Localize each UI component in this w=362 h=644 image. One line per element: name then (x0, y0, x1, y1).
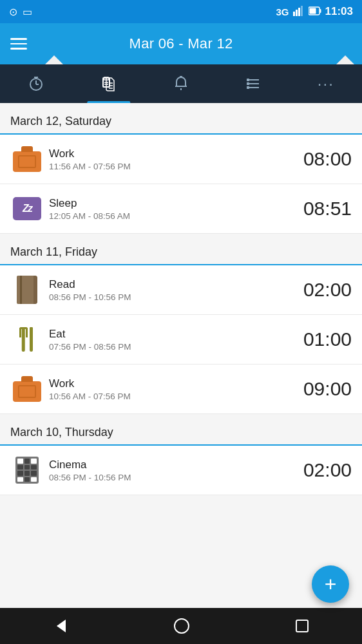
home-button[interactable] (173, 617, 191, 635)
sleep-icon-wrap: Zz (10, 192, 44, 225)
work-mar12-duration: 08:00 (294, 148, 352, 170)
battery-icon (309, 6, 321, 17)
read-icon-wrap (10, 273, 44, 307)
status-bar-left: ⊙ ▭ (9, 6, 32, 18)
status-bar: ⊙ ▭ 3G 11:03 (0, 0, 362, 23)
activity-item-read-mar11[interactable]: Read 08:56 PM - 10:56 PM 02:00 (0, 265, 362, 315)
sleep-mar12-name: Sleep (49, 197, 294, 210)
add-activity-fab[interactable]: + (312, 565, 349, 603)
read-duration: 02:00 (294, 279, 352, 301)
content-area: March 12, Saturday Work 11:56 AM - 07:56… (0, 103, 362, 608)
cinema-duration: 02:00 (294, 459, 352, 481)
activity-item-eat-mar11[interactable]: Eat 07:56 PM - 08:56 PM 01:00 (0, 315, 362, 365)
svg-rect-27 (247, 86, 249, 89)
work-mar11-info: Work 10:56 AM - 07:56 PM (44, 377, 294, 401)
tab-more[interactable]: ··· (290, 64, 362, 103)
svg-rect-3 (301, 6, 303, 16)
work-mar11-name: Work (49, 377, 294, 390)
sleep-mar12-duration: 08:51 (294, 198, 352, 220)
cinema-name: Cinema (49, 459, 294, 471)
header-title: Mar 06 - Mar 12 (129, 35, 233, 52)
cinema-icon-wrap (10, 453, 44, 487)
svg-rect-5 (319, 9, 321, 13)
prev-week-arrow[interactable] (45, 55, 63, 64)
sleep-mar12-info: Sleep 12:05 AM - 08:56 AM (44, 197, 294, 221)
svg-rect-26 (247, 82, 249, 85)
work-mar12-time: 11:56 AM - 07:56 PM (49, 162, 294, 171)
tab-bar: ··· (0, 64, 362, 103)
svg-rect-0 (293, 12, 295, 16)
read-time: 08:56 PM - 10:56 PM (49, 292, 294, 302)
alarm-icon: ⊙ (9, 6, 17, 18)
activity-item-sleep-mar12[interactable]: Zz Sleep 12:05 AM - 08:56 AM 08:51 (0, 184, 362, 234)
work-mar11-time: 10:56 AM - 07:56 PM (49, 392, 294, 401)
time-display: 11:03 (325, 5, 353, 18)
svg-rect-25 (247, 79, 249, 81)
cinema-info: Cinema 08:56 PM - 10:56 PM (44, 459, 294, 482)
back-button[interactable] (52, 617, 70, 635)
next-week-arrow[interactable] (336, 55, 354, 64)
day-section-march-10: March 10, Thursday (0, 414, 362, 495)
read-info: Read 08:56 PM - 10:56 PM (44, 278, 294, 302)
network-label: 3G (276, 6, 289, 17)
signal-icon (293, 6, 305, 18)
tab-reminder[interactable] (145, 64, 217, 103)
svg-marker-28 (57, 620, 66, 632)
read-name: Read (49, 278, 294, 291)
eat-icon-wrap (10, 323, 44, 356)
work-mar11-duration: 09:00 (294, 378, 352, 400)
work-mar12-info: Work 11:56 AM - 07:56 PM (44, 147, 294, 171)
day-section-march-12: March 12, Saturday Work 11:56 AM - 07:56… (0, 103, 362, 234)
eat-info: Eat 07:56 PM - 08:56 PM (44, 328, 294, 352)
tab-list[interactable] (217, 64, 289, 103)
day-section-march-11: March 11, Friday Read 08:56 PM - 10:56 P… (0, 234, 362, 414)
day-header-march-11: March 11, Friday (0, 234, 362, 265)
work2-icon-wrap (10, 372, 44, 406)
menu-button[interactable] (10, 38, 27, 50)
tab-timer[interactable] (0, 64, 72, 103)
svg-rect-1 (296, 10, 298, 16)
work-mar12-name: Work (49, 147, 294, 160)
activity-item-cinema-mar10[interactable]: Cinema 08:56 PM - 10:56 PM 02:00 (0, 446, 362, 495)
bottom-nav (0, 608, 362, 644)
svg-rect-2 (298, 8, 300, 16)
sleep-mar12-time: 12:05 AM - 08:56 AM (49, 211, 294, 221)
day-header-march-10: March 10, Thursday (0, 414, 362, 446)
eat-time: 07:56 PM - 08:56 PM (49, 342, 294, 352)
eat-name: Eat (49, 328, 294, 341)
tab-log[interactable] (72, 64, 144, 103)
eat-duration: 01:00 (294, 328, 352, 350)
activity-item-work-mar11[interactable]: Work 10:56 AM - 07:56 PM 09:00 (0, 365, 362, 414)
cinema-time: 08:56 PM - 10:56 PM (49, 473, 294, 482)
activity-item-work-mar12[interactable]: Work 11:56 AM - 07:56 PM 08:00 (0, 135, 362, 184)
day-header-march-12: March 12, Saturday (0, 103, 362, 135)
svg-point-29 (175, 619, 189, 633)
svg-rect-30 (296, 620, 308, 632)
sim-icon: ▭ (23, 6, 32, 18)
svg-rect-6 (309, 8, 316, 14)
work-icon-wrap (10, 142, 44, 176)
header: Mar 06 - Mar 12 (0, 23, 362, 64)
recent-apps-button[interactable] (294, 618, 310, 634)
status-bar-right: 3G 11:03 (276, 5, 354, 18)
